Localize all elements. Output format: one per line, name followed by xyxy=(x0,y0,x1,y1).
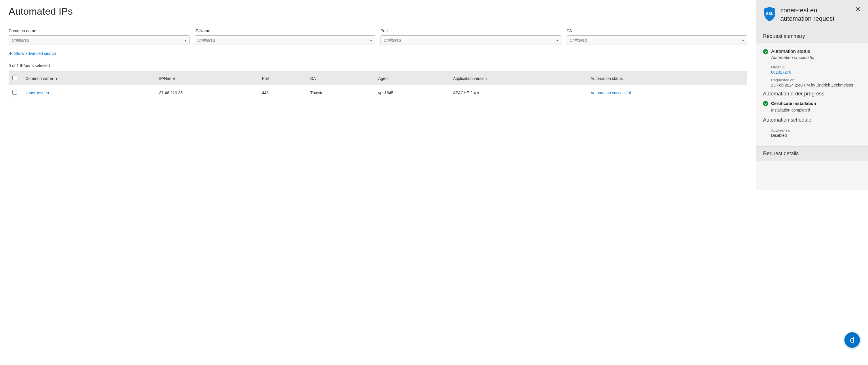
cell-ip-name: 37.46.210.35 xyxy=(156,86,258,100)
svg-text:SSL: SSL xyxy=(766,11,773,16)
automation-status-title: Automation status xyxy=(771,48,814,54)
show-advanced-search-link[interactable]: + Show advanced search xyxy=(9,51,56,56)
caret-down-icon: ▾ xyxy=(184,38,186,42)
filter-placeholder: Unfiltered xyxy=(570,38,587,42)
auto-renew-label: Auto-renew xyxy=(771,128,861,132)
filter-select-ca[interactable]: Unfiltered ▾ xyxy=(566,35,747,45)
page-title: Automated IPs xyxy=(9,6,747,17)
cell-app-version: APACHE 2.4.x xyxy=(450,86,587,100)
table-row: zoner-test.eu 37.46.210.35 443 Thawte vp… xyxy=(9,86,747,100)
filter-placeholder: Unfiltered xyxy=(12,38,29,42)
col-header-agent[interactable]: Agent xyxy=(375,72,450,86)
requested-on-label: Requested on xyxy=(771,78,861,82)
cell-auto-status-link[interactable]: Automation successful xyxy=(587,86,747,100)
ip-table: Common name ▼ IP/Name Port CA Agent Appl… xyxy=(9,71,747,100)
col-header-auto-status[interactable]: Automation status xyxy=(587,72,747,86)
details-side-panel: SSL zoner-test.eu automation request Req… xyxy=(756,0,868,190)
col-header-ca[interactable]: CA xyxy=(307,72,375,86)
section-header-request-summary: Request summary xyxy=(756,29,868,43)
requested-on-value: 23 Feb 2024 2:40 PM by Jindrich Zechmeis… xyxy=(771,83,861,87)
section-header-request-details: Request details xyxy=(756,146,868,161)
adv-search-label: Show advanced search xyxy=(14,51,56,56)
filter-select-port[interactable]: Unfiltered ▾ xyxy=(380,35,561,45)
filter-row: Common name Unfiltered ▾ IP/Name Unfilte… xyxy=(9,29,747,45)
filter-placeholder: Unfiltered xyxy=(384,38,401,42)
filter-label-ip-name: IP/Name xyxy=(195,29,376,33)
filter-select-common-name[interactable]: Unfiltered ▾ xyxy=(9,35,189,45)
cell-port: 443 xyxy=(258,86,307,100)
order-id-link[interactable]: 661027276 xyxy=(771,70,861,74)
col-header-app-version[interactable]: Application version xyxy=(450,72,587,86)
ssl-shield-icon: SSL xyxy=(763,6,776,22)
filter-label-ca: CA xyxy=(566,29,747,33)
cert-installation-subtitle: Installation completed xyxy=(771,108,861,112)
plus-icon: + xyxy=(9,51,12,56)
close-panel-button[interactable] xyxy=(855,6,861,13)
cell-ca: Thawte xyxy=(307,86,375,100)
automation-schedule-heading: Automation schedule xyxy=(763,117,861,123)
selection-count-text: 0 of 1 IP/ports selected xyxy=(9,63,747,68)
col-header-port[interactable]: Port xyxy=(258,72,307,86)
close-icon xyxy=(856,7,860,11)
order-id-label: Order ID xyxy=(771,65,861,69)
caret-down-icon: ▾ xyxy=(742,38,744,42)
filter-placeholder: Unfiltered xyxy=(198,38,215,42)
check-circle-icon xyxy=(763,101,768,106)
cell-common-name-link[interactable]: zoner-test.eu xyxy=(22,86,156,100)
panel-title-line2: automation request xyxy=(780,15,851,23)
check-circle-icon xyxy=(763,49,768,54)
caret-down-icon: ▾ xyxy=(556,38,558,42)
cell-agent: vps1845 xyxy=(375,86,450,100)
filter-select-ip-name[interactable]: Unfiltered ▾ xyxy=(195,35,376,45)
auto-renew-value: Disabled xyxy=(771,133,861,138)
sort-desc-icon: ▼ xyxy=(55,77,58,80)
col-header-ip-name[interactable]: IP/Name xyxy=(156,72,258,86)
col-header-common-name[interactable]: Common name ▼ xyxy=(22,72,156,86)
panel-title-line1: zoner-test.eu xyxy=(780,6,851,15)
caret-down-icon: ▾ xyxy=(370,38,372,42)
automation-status-subtitle: Automation successful xyxy=(771,55,814,60)
cert-installation-title: Certificate installation xyxy=(771,101,816,106)
filter-label-port: Port xyxy=(380,29,561,33)
automation-order-progress-heading: Automation order progress xyxy=(763,91,861,97)
row-checkbox[interactable] xyxy=(12,90,17,95)
col-header-label: Common name xyxy=(26,76,53,81)
select-all-checkbox[interactable] xyxy=(12,75,17,80)
filter-label-common-name: Common name xyxy=(9,29,189,33)
